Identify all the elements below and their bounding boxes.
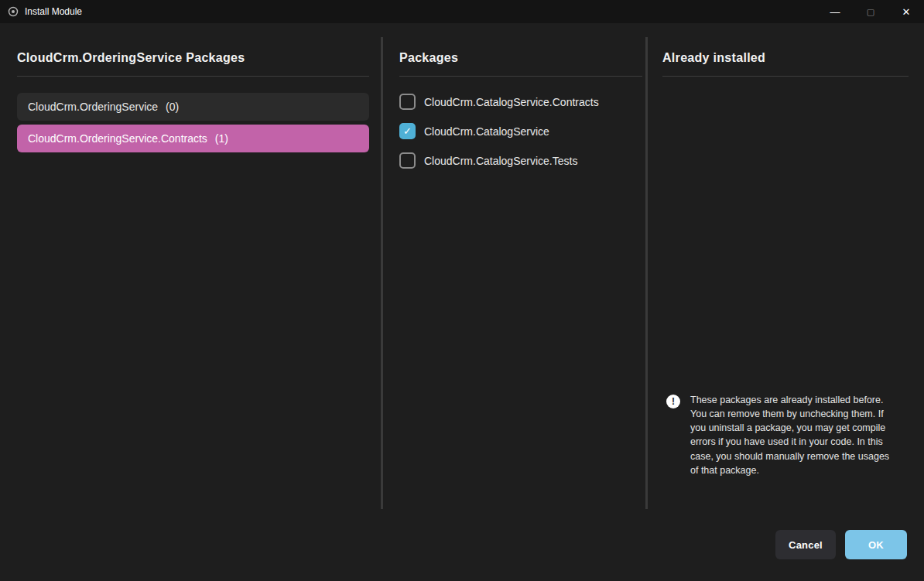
window-title: Install Module: [25, 6, 82, 17]
column-divider: [645, 37, 648, 509]
modules-panel-heading: CloudCrm.OrderingService Packages: [17, 51, 369, 65]
maximize-button[interactable]: ▢: [853, 0, 888, 23]
packages-panel: Packages CloudCrm.CatalogService.Contrac…: [399, 51, 642, 182]
ok-button[interactable]: OK: [845, 530, 907, 559]
close-button[interactable]: ✕: [888, 0, 924, 23]
checkbox-unchecked-icon[interactable]: [399, 94, 416, 110]
packages-panel-heading: Packages: [399, 51, 642, 65]
package-label: CloudCrm.CatalogService.Tests: [424, 155, 577, 167]
package-row[interactable]: ✓ CloudCrm.CatalogService: [399, 123, 642, 139]
checkbox-checked-icon[interactable]: ✓: [399, 123, 416, 139]
heading-divider: [399, 76, 642, 77]
installed-note: ! These packages are already installed b…: [666, 393, 902, 477]
package-row[interactable]: CloudCrm.CatalogService.Contracts: [399, 94, 642, 110]
heading-divider: [662, 76, 909, 77]
heading-divider: [17, 76, 369, 77]
module-label: CloudCrm.OrderingService: [28, 101, 158, 113]
checkbox-unchecked-icon[interactable]: [399, 152, 416, 169]
info-icon: !: [666, 395, 680, 408]
installed-note-text: These packages are already installed bef…: [690, 393, 898, 477]
module-list: CloudCrm.OrderingService (0) CloudCrm.Or…: [17, 93, 369, 152]
footer: Cancel OK: [775, 530, 907, 559]
package-row[interactable]: CloudCrm.CatalogService.Tests: [399, 152, 642, 169]
module-list-item-selected[interactable]: CloudCrm.OrderingService.Contracts (1): [17, 125, 369, 152]
app-icon: [8, 6, 19, 17]
minimize-button[interactable]: —: [817, 0, 853, 23]
module-list-item[interactable]: CloudCrm.OrderingService (0): [17, 93, 369, 121]
titlebar: Install Module — ▢ ✕: [0, 0, 924, 23]
installed-panel-heading: Already installed: [662, 51, 909, 65]
package-checkbox-list: CloudCrm.CatalogService.Contracts ✓ Clou…: [399, 94, 642, 169]
window-controls: — ▢ ✕: [817, 0, 924, 23]
package-label: CloudCrm.CatalogService: [424, 125, 549, 138]
installed-panel: Already installed: [662, 51, 909, 77]
module-count: (1): [215, 132, 228, 145]
package-label: CloudCrm.CatalogService.Contracts: [424, 96, 599, 108]
module-count: (0): [166, 101, 179, 113]
cancel-button[interactable]: Cancel: [775, 530, 836, 559]
modules-panel: CloudCrm.OrderingService Packages CloudC…: [17, 51, 369, 156]
column-divider: [381, 37, 383, 509]
module-label: CloudCrm.OrderingService.Contracts: [28, 132, 207, 145]
